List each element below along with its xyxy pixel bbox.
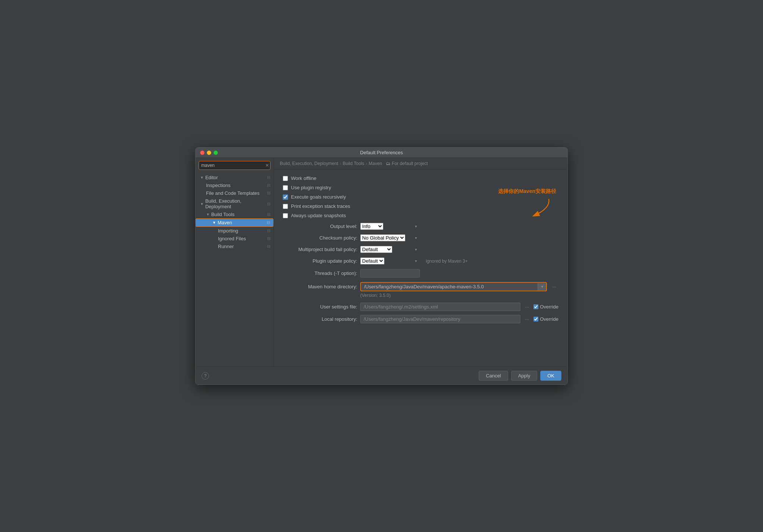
work-offline-label: Work offline (291, 175, 316, 181)
local-repository-dots-button[interactable]: ··· (523, 316, 531, 323)
footer-buttons: Cancel Apply OK (479, 371, 561, 381)
sidebar-item-inspections[interactable]: Inspections ⊟ (196, 181, 273, 189)
checksum-policy-row: Checksum policy: No Global Policy Fail W… (283, 234, 558, 241)
title-bar: Default Preferences (196, 148, 567, 158)
ignored-label: ignored by Maven 3+ (426, 259, 468, 264)
breadcrumb-sep1: › (340, 161, 341, 166)
plugin-update-policy-row: Plugin update policy: Default Force Neve… (283, 257, 558, 265)
checksum-policy-select[interactable]: No Global Policy Fail Warn Ignore (360, 234, 405, 241)
sidebar-item-maven[interactable]: ▼ Maven ⊟ (196, 218, 273, 227)
copy-icon: ⊟ (267, 228, 270, 233)
search-input[interactable] (199, 161, 270, 170)
threads-input[interactable] (360, 269, 420, 278)
copy-icon: ⊟ (267, 183, 270, 188)
sidebar-item-ignored-files[interactable]: Ignored Files ⊟ (196, 235, 273, 243)
copy-icon: ⊟ (267, 175, 270, 180)
minimize-button[interactable] (207, 151, 211, 155)
breadcrumb-part1: Build, Execution, Deployment (280, 161, 338, 166)
sidebar-item-label: Build Tools (211, 212, 267, 217)
copy-icon: ⊟ (267, 244, 270, 249)
arrow-icon: ▼ (212, 221, 216, 225)
threads-label: Threads (-T option): (283, 270, 357, 276)
sidebar-item-label: Ignored Files (218, 236, 267, 241)
use-plugin-registry-checkbox[interactable] (283, 185, 288, 190)
settings-content: Work offline Use plugin registry Execute… (274, 170, 567, 367)
sidebar-item-editor[interactable]: ▼ Editor ⊟ (196, 174, 273, 181)
checkbox-always-update: Always update snapshots (283, 213, 558, 218)
maven-home-dropdown-icon[interactable]: ▼ (538, 283, 546, 290)
sidebar-item-label: Runner (218, 244, 267, 249)
maximize-button[interactable] (213, 151, 218, 155)
always-update-checkbox[interactable] (283, 213, 288, 218)
user-settings-input[interactable]: /Users/fangzheng/.m2/settings.xml (360, 303, 520, 311)
checkbox-work-offline: Work offline (283, 175, 558, 181)
local-repository-label: Local repository: (283, 316, 357, 322)
search-clear-icon[interactable]: ✕ (265, 163, 269, 168)
threads-row: Threads (-T option): (283, 269, 558, 278)
sidebar-item-build-execution[interactable]: ▼ Build, Execution, Deployment ⊟ (196, 197, 273, 210)
maven-version-text: (Version: 3.5.0) (360, 293, 558, 298)
main-content: ✕ ▼ Editor ⊟ Inspections ⊟ File and Code… (196, 158, 567, 367)
user-settings-dots-button[interactable]: ··· (523, 303, 531, 310)
arrow-icon: ▼ (206, 212, 210, 216)
multiproject-policy-select[interactable]: Default Fail at End Never Fail (360, 246, 392, 253)
copy-icon: ⊟ (267, 220, 270, 225)
checkbox-print-exception: Print exception stack traces (283, 203, 558, 209)
local-repository-override-label: Override (540, 316, 558, 322)
sidebar-item-file-code-templates[interactable]: File and Code Templates ⊟ (196, 189, 273, 197)
footer: ? Cancel Apply OK (196, 367, 567, 384)
sidebar-item-label: File and Code Templates (206, 190, 267, 196)
breadcrumb-part3: Maven (369, 161, 382, 166)
multiproject-policy-row: Multiproject build fail policy: Default … (283, 246, 558, 253)
user-settings-override-label: Override (540, 304, 558, 310)
sidebar-item-importing[interactable]: Importing ⊟ (196, 227, 273, 235)
output-level-select-wrapper: Info Debug Warn Error (360, 223, 420, 230)
help-button[interactable]: ? (202, 372, 209, 380)
window-title: Default Preferences (360, 150, 403, 155)
output-level-label: Output level: (283, 224, 357, 229)
plugin-update-policy-label: Plugin update policy: (283, 258, 357, 264)
work-offline-checkbox[interactable] (283, 176, 288, 181)
execute-goals-checkbox[interactable] (283, 194, 288, 200)
local-repository-override-checkbox[interactable] (534, 317, 538, 322)
maven-home-dots-button[interactable]: ··· (550, 282, 558, 291)
maven-home-input[interactable]: /Users/fangzheng/JavaDev/maven/apache-ma… (361, 283, 538, 291)
maven-version-label: (Version: 3.5.0) (360, 293, 390, 298)
sidebar-item-label: Build, Execution, Deployment (205, 198, 267, 209)
maven-home-row: Maven home directory: /Users/fangzheng/J… (283, 282, 558, 291)
apply-button[interactable]: Apply (511, 371, 538, 381)
execute-goals-label: Execute goals recursively (291, 194, 346, 200)
always-update-label: Always update snapshots (291, 213, 346, 218)
search-box: ✕ (199, 161, 270, 170)
local-repository-override: Override (534, 316, 558, 322)
sidebar-item-runner[interactable]: Runner ⊟ (196, 243, 273, 250)
user-settings-override-checkbox[interactable] (534, 304, 538, 309)
cancel-button[interactable]: Cancel (479, 371, 508, 381)
user-settings-label: User settings file: (283, 304, 357, 310)
checksum-policy-select-wrapper: No Global Policy Fail Warn Ignore (360, 234, 420, 241)
form-section: Output level: Info Debug Warn Error (283, 223, 558, 323)
sidebar-item-label: Importing (218, 228, 267, 234)
user-settings-row: User settings file: /Users/fangzheng/.m2… (283, 303, 558, 311)
close-button[interactable] (200, 151, 205, 155)
output-level-select[interactable]: Info Debug Warn Error (360, 223, 383, 230)
plugin-update-policy-select[interactable]: Default Force Never Daily (360, 257, 384, 265)
multiproject-policy-label: Multiproject build fail policy: (283, 247, 357, 252)
sidebar-item-build-tools[interactable]: ▼ Build Tools ⊟ (196, 210, 273, 218)
breadcrumb-part2: Build Tools (343, 161, 364, 166)
help-label: ? (204, 373, 207, 379)
output-level-row: Output level: Info Debug Warn Error (283, 223, 558, 230)
ok-button[interactable]: OK (540, 371, 561, 381)
copy-icon: ⊟ (267, 191, 270, 196)
print-exception-checkbox[interactable] (283, 204, 288, 209)
local-repository-input[interactable]: /Users/fangzheng/JavaDev/maven/repositor… (360, 315, 520, 323)
sidebar: ✕ ▼ Editor ⊟ Inspections ⊟ File and Code… (196, 158, 274, 367)
user-settings-override: Override (534, 304, 558, 310)
sidebar-item-label: Maven (218, 220, 267, 225)
arrow-icon: ▼ (200, 202, 204, 206)
checkbox-use-plugin-registry: Use plugin registry (283, 185, 558, 190)
multiproject-policy-select-wrapper: Default Fail at End Never Fail (360, 246, 420, 253)
breadcrumb: Build, Execution, Deployment › Build Too… (274, 158, 567, 170)
sidebar-nav: ▼ Editor ⊟ Inspections ⊟ File and Code T… (196, 173, 273, 251)
checkbox-execute-goals: Execute goals recursively (283, 194, 558, 200)
